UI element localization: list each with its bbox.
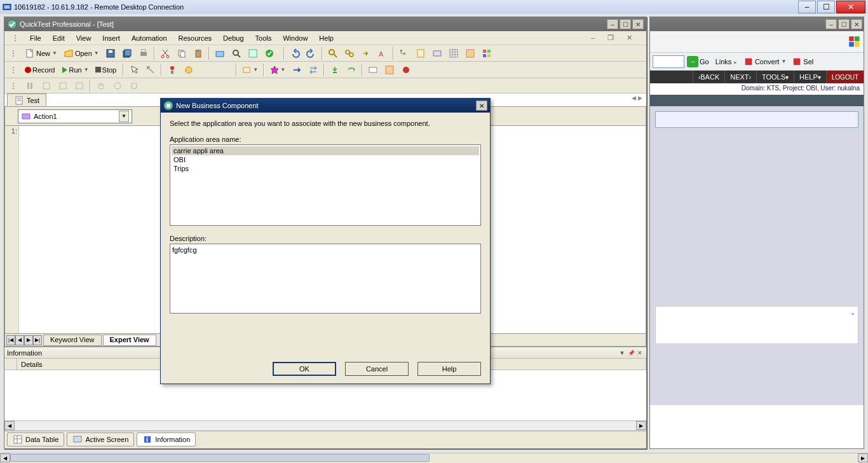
nav-logout[interactable]: LOGOUT xyxy=(826,71,864,83)
replace-button[interactable] xyxy=(342,46,357,60)
tab-scroll-arrows[interactable]: ◀ ▶ xyxy=(632,95,642,101)
function-library-button[interactable] xyxy=(413,46,428,60)
select-button[interactable]: Sel xyxy=(792,57,813,66)
menu-help[interactable]: Help xyxy=(314,33,339,43)
browser-minimize-button[interactable]: – xyxy=(825,19,837,29)
step-button-2[interactable] xyxy=(55,79,71,93)
ok-button[interactable]: OK xyxy=(273,362,336,376)
insert-call-button[interactable]: ▼ xyxy=(240,63,261,77)
panel-menu-button[interactable]: ▼ xyxy=(618,349,626,357)
document-tab-test[interactable]: Test xyxy=(7,93,46,106)
hscroll-track[interactable] xyxy=(15,421,636,431)
undo-button[interactable] xyxy=(287,46,302,60)
step-generator-button[interactable] xyxy=(245,46,261,60)
nav-help[interactable]: HELP ▾ xyxy=(794,71,826,83)
hand-tool-button[interactable] xyxy=(93,79,109,93)
nav-tools[interactable]: TOOLS ▾ xyxy=(756,71,794,83)
go-button[interactable]: →Go xyxy=(687,55,709,68)
description-textarea[interactable]: fgfcgfcg xyxy=(170,244,481,314)
browser-maximize-button[interactable]: ☐ xyxy=(838,19,850,29)
os-horizontal-scrollbar[interactable]: ◀ ▶ xyxy=(0,453,868,463)
menu-window[interactable]: Window xyxy=(278,33,313,43)
list-item[interactable]: OBI xyxy=(172,155,479,164)
save-button[interactable] xyxy=(103,46,118,60)
print-button[interactable] xyxy=(136,46,151,60)
convert-button[interactable]: Convert▼ xyxy=(744,57,786,66)
open-button[interactable]: Open▼ xyxy=(61,46,102,60)
panel-pin-button[interactable]: 📌 xyxy=(627,349,635,357)
hscroll-left[interactable]: ◀ xyxy=(4,421,15,430)
sync-tool-button[interactable] xyxy=(126,79,142,93)
rdp-close-button[interactable]: ✕ xyxy=(836,1,865,13)
pause-button[interactable] xyxy=(22,79,37,93)
menu-automation[interactable]: Automation xyxy=(126,33,172,43)
tab-data-table[interactable]: Data Table xyxy=(7,432,64,446)
redo-button[interactable] xyxy=(304,46,319,60)
info-column-icon[interactable] xyxy=(4,359,17,370)
lower-panel[interactable]: ⌄ xyxy=(655,306,858,344)
mdi-restore-button[interactable]: ❐ xyxy=(602,32,619,43)
copy-button[interactable] xyxy=(174,46,189,60)
app-area-listbox[interactable]: carrie appli area OBI Trips xyxy=(170,144,481,226)
menu-edit[interactable]: Edit xyxy=(48,33,70,43)
paste-button[interactable] xyxy=(191,46,206,60)
rdp-maximize-button[interactable]: ☐ xyxy=(817,1,835,13)
mdi-minimize-button[interactable]: – xyxy=(586,32,600,43)
qtp-titlebar[interactable]: QuickTest Professional - [Test] – ☐ ✕ xyxy=(4,17,646,31)
step-into-button[interactable] xyxy=(327,63,342,77)
cancel-button[interactable]: Cancel xyxy=(345,362,409,376)
qtp-close-button[interactable]: ✕ xyxy=(632,19,644,29)
list-item[interactable]: Trips xyxy=(172,164,479,173)
tab-nav-prev[interactable]: ◀ xyxy=(15,335,24,345)
insert-transaction-button[interactable] xyxy=(306,63,321,77)
tab-information[interactable]: iInformation xyxy=(137,432,196,446)
rdp-minimize-button[interactable]: – xyxy=(798,1,816,13)
dialog-close-button[interactable]: ✕ xyxy=(476,100,487,111)
hscroll-right[interactable]: ▶ xyxy=(636,421,646,430)
tab-expert-view[interactable]: Expert View xyxy=(103,335,156,346)
cursor-tool-button[interactable] xyxy=(110,79,125,93)
nav-next[interactable]: NEXT › xyxy=(724,71,756,83)
tab-active-screen[interactable]: Active Screen xyxy=(67,432,134,446)
find-next-button[interactable] xyxy=(358,46,374,60)
debug-viewer-button[interactable] xyxy=(382,63,397,77)
insert-checkpoint-button[interactable]: ▼ xyxy=(267,63,288,77)
action-selector[interactable]: Action1 ▼ xyxy=(18,109,132,123)
menu-debug[interactable]: Debug xyxy=(218,33,248,43)
panel-close-button[interactable]: ✕ xyxy=(636,349,644,357)
content-box[interactable] xyxy=(655,111,858,128)
mdi-close-button[interactable]: ✕ xyxy=(621,32,637,43)
stop-button[interactable]: Stop xyxy=(93,63,121,77)
tab-nav-next[interactable]: ▶ xyxy=(24,335,33,345)
step-over-button[interactable] xyxy=(344,63,359,77)
menu-file[interactable]: File xyxy=(25,33,46,43)
object-repository-button[interactable] xyxy=(212,46,227,60)
results-button[interactable] xyxy=(463,46,478,60)
record-button[interactable]: Record xyxy=(22,63,58,77)
pointer-tool-button[interactable] xyxy=(126,63,142,77)
cut-button[interactable] xyxy=(158,46,173,60)
tab-keyword-view[interactable]: Keyword View xyxy=(43,335,102,346)
hscroll-right[interactable]: ▶ xyxy=(858,453,868,462)
tab-nav-last[interactable]: ▶| xyxy=(33,335,42,345)
insert-output-button[interactable] xyxy=(289,63,304,77)
qtp-minimize-button[interactable]: – xyxy=(607,19,618,29)
run-button[interactable]: Run▼ xyxy=(60,63,91,77)
analog-recording-button[interactable] xyxy=(143,63,158,77)
menu-insert[interactable]: Insert xyxy=(97,33,125,43)
links-menu[interactable]: Links » xyxy=(715,58,736,66)
hscroll-thumb[interactable] xyxy=(10,454,430,462)
dialog-titlebar[interactable]: New Business Component ✕ xyxy=(161,99,490,113)
check-syntax-button[interactable] xyxy=(262,46,277,60)
browser-close-button[interactable]: ✕ xyxy=(851,19,862,29)
bookmark-button[interactable]: A xyxy=(375,46,390,60)
breakpoints-button[interactable] xyxy=(398,63,414,77)
step-button-1[interactable] xyxy=(39,79,54,93)
qtp-maximize-button[interactable]: ☐ xyxy=(620,19,631,29)
save-all-button[interactable] xyxy=(119,46,135,60)
menu-tools[interactable]: Tools xyxy=(250,33,277,43)
data-table-button[interactable] xyxy=(446,46,461,60)
address-input[interactable] xyxy=(653,55,684,68)
hscroll-left[interactable]: ◀ xyxy=(0,453,10,462)
menu-view[interactable]: View xyxy=(71,33,97,43)
